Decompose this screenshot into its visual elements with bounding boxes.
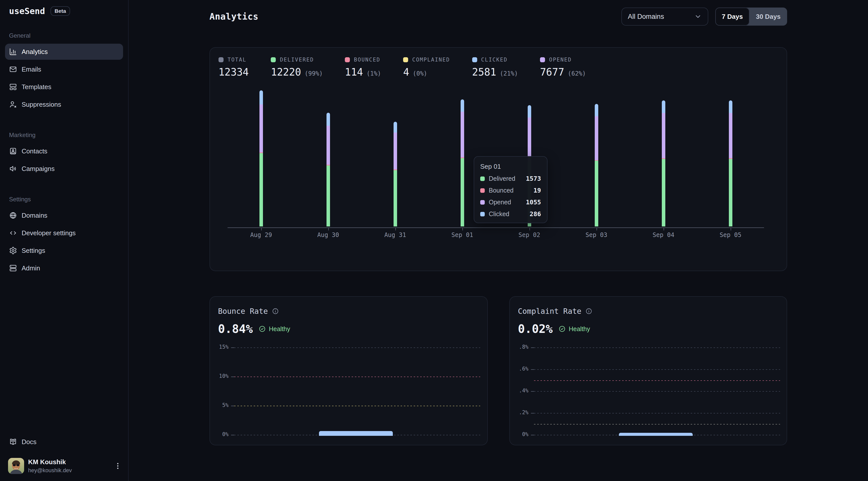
x-axis-label: Sep 02 — [518, 231, 540, 238]
sidebar-nav: GeneralAnalyticsEmailsTemplatesSuppressi… — [5, 32, 123, 276]
stat-total: TOTAL12334 — [218, 57, 249, 78]
nav-section-general: GeneralAnalyticsEmailsTemplatesSuppressi… — [5, 32, 123, 113]
x-axis-label: Sep 03 — [585, 231, 607, 238]
user-name: KM Koushik — [28, 458, 72, 466]
speaker-icon — [9, 165, 17, 173]
rate-bar[interactable] — [319, 431, 393, 436]
x-axis-line — [227, 227, 764, 228]
y-axis-label: 15% — [217, 344, 228, 350]
page-header: Analytics All Domains 7 Days30 Days — [210, 7, 787, 26]
nav-section-settings: SettingsDomainsDeveloper settingsSetting… — [5, 196, 123, 276]
logo-row: useSend Beta — [5, 6, 123, 16]
range-option-30-days[interactable]: 30 Days — [749, 7, 787, 26]
stacked-bar-sep-04[interactable] — [662, 100, 665, 226]
stacked-bar-aug-31[interactable] — [394, 122, 397, 226]
stat-opened: OPENED7677(62%) — [540, 57, 586, 78]
docs-label: Docs — [22, 438, 36, 446]
bounce-rate-title: Bounce Rate — [218, 307, 268, 316]
code-icon — [9, 229, 17, 237]
stacked-bar-sep-05[interactable] — [729, 100, 733, 226]
sidebar-item-docs[interactable]: Docs — [5, 434, 123, 450]
x-axis-label: Sep 01 — [451, 231, 473, 238]
complaint-rate-chart: .8%.6%.4%.2%0% — [516, 342, 780, 440]
y-axis-label: .8% — [516, 344, 528, 350]
sidebar-item-domains[interactable]: Domains — [5, 207, 123, 223]
avatar — [8, 458, 24, 474]
x-axis-tick — [529, 228, 530, 230]
stat-complained: COMPLAINED4(0%) — [403, 57, 450, 78]
app-logo: useSend — [9, 6, 45, 16]
stacked-bar-sep-01[interactable] — [461, 99, 464, 226]
globe-icon — [9, 212, 17, 219]
gridline-grid — [534, 369, 780, 370]
stat-dot — [218, 57, 223, 62]
complaint-status-badge: Healthy — [559, 325, 590, 333]
sidebar-item-settings[interactable]: Settings — [5, 243, 123, 259]
mail-icon — [9, 65, 17, 73]
stacked-bar-aug-29[interactable] — [259, 90, 263, 226]
sidebar-item-templates[interactable]: Templates — [5, 79, 123, 95]
y-axis-label: 5% — [217, 402, 228, 408]
stat-dot — [271, 57, 276, 62]
summary-stats-row: TOTAL12334DELIVERED12220(99%)BOUNCED114(… — [210, 48, 786, 78]
user-email: hey@koushik.dev — [28, 467, 72, 474]
stacked-bar-aug-30[interactable] — [327, 113, 330, 226]
analytics-chart-card: TOTAL12334DELIVERED12220(99%)BOUNCED114(… — [210, 47, 787, 271]
beta-badge: Beta — [51, 6, 70, 16]
x-axis-tick — [328, 228, 329, 230]
x-axis-tick — [596, 228, 597, 230]
sidebar-item-campaigns[interactable]: Campaigns — [5, 161, 123, 177]
gear-icon — [9, 247, 17, 255]
sidebar-item-emails[interactable]: Emails — [5, 61, 123, 77]
tooltip-row-bounced: Bounced19 — [480, 187, 541, 194]
user-menu-button[interactable] — [114, 462, 123, 470]
x-axis-label: Aug 31 — [384, 231, 406, 238]
user-x-icon — [9, 100, 17, 108]
sidebar-item-suppressions[interactable]: Suppressions — [5, 96, 123, 113]
x-axis-tick — [261, 228, 262, 230]
gridline-warning — [234, 406, 480, 406]
section-label-marketing: Marketing — [5, 132, 123, 138]
gridline-warning — [534, 424, 780, 424]
sidebar-item-developer-settings[interactable]: Developer settings — [5, 225, 123, 241]
domain-select-value: All Domains — [628, 13, 664, 21]
sidebar: useSend Beta GeneralAnalyticsEmailsTempl… — [0, 0, 129, 481]
stat-bounced: BOUNCED114(1%) — [345, 57, 381, 78]
bounce-rate-chart: 15%10%5%0% — [217, 342, 480, 440]
stacked-bar-sep-03[interactable] — [595, 104, 598, 226]
domain-select[interactable]: All Domains — [621, 7, 708, 26]
stat-dot — [540, 57, 545, 62]
page-title: Analytics — [210, 11, 258, 22]
rate-cards-row: Bounce Rate 0.84% Healthy 15%10%5%0% — [210, 296, 787, 445]
y-axis-label: 0% — [516, 431, 528, 437]
y-axis-label: .2% — [516, 410, 528, 415]
stat-dot — [472, 57, 477, 62]
chart-column-icon — [9, 48, 17, 56]
stat-delivered: DELIVERED12220(99%) — [271, 57, 323, 78]
sidebar-item-contacts[interactable]: Contacts — [5, 143, 123, 159]
x-axis-label: Aug 29 — [250, 231, 272, 238]
y-axis-label: 10% — [217, 373, 228, 379]
sidebar-bottom: Docs — [5, 434, 123, 474]
nav-section-marketing: MarketingContactsCampaigns — [5, 132, 123, 177]
complaint-rate-card: Complaint Rate 0.02% Healthy .8%.6%.4%.2… — [509, 296, 787, 445]
rate-bar[interactable] — [619, 433, 693, 436]
complaint-rate-value: 0.02% — [518, 322, 553, 335]
main-area: Analytics All Domains 7 Days30 Days TOTA… — [129, 0, 868, 481]
x-axis-tick — [731, 228, 731, 230]
sidebar-item-admin[interactable]: Admin — [5, 260, 123, 276]
check-circle-icon — [259, 325, 266, 332]
gridline-grid — [534, 391, 780, 392]
bounce-rate-value: 0.84% — [218, 322, 253, 335]
tooltip-row-clicked: Clicked286 — [480, 211, 541, 218]
sidebar-item-analytics[interactable]: Analytics — [5, 44, 123, 60]
x-axis-tick — [395, 228, 396, 230]
info-icon[interactable] — [272, 308, 279, 315]
complaint-rate-title: Complaint Rate — [518, 307, 582, 316]
gridline-grid — [534, 347, 780, 348]
range-toggle: 7 Days30 Days — [715, 7, 787, 26]
user-row[interactable]: KM Koushik hey@koushik.dev — [5, 458, 123, 474]
info-icon[interactable] — [585, 308, 592, 315]
x-axis-label: Sep 05 — [719, 231, 741, 238]
range-option-7-days[interactable]: 7 Days — [715, 7, 749, 26]
